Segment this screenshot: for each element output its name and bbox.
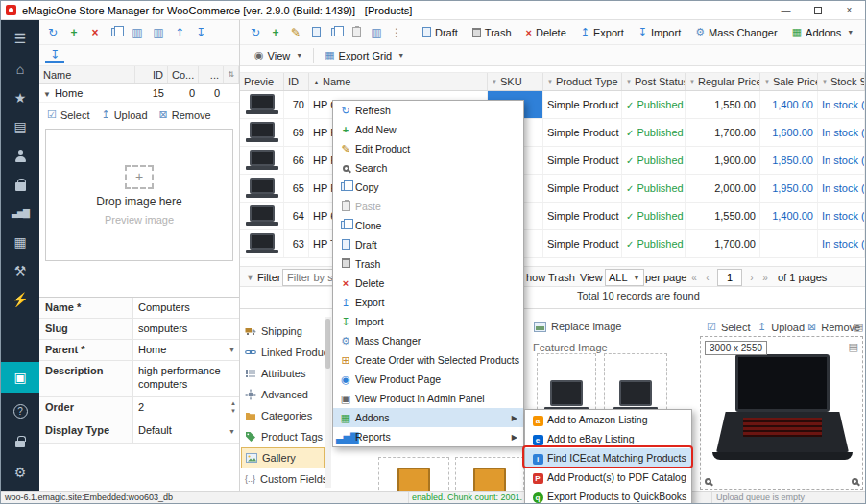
tabs-scrollbar[interactable] <box>325 317 331 488</box>
sidebar-item-products[interactable] <box>1 170 39 199</box>
sidebar-item-integrations[interactable]: ⚡ <box>1 285 39 314</box>
column-header-stock-status[interactable]: ▼Stock Status <box>818 73 865 90</box>
sidebar-item-favorites[interactable]: ★ <box>1 84 39 112</box>
delete-category-button[interactable]: × <box>85 23 105 42</box>
menu-item-reports[interactable]: ▃▅▇Reports▶ <box>333 427 523 446</box>
remove-image-button[interactable]: ⊠Remove <box>159 108 211 121</box>
column-header-sku[interactable]: ▼SKU <box>488 73 543 90</box>
select-image-button[interactable]: ☑Select <box>47 108 89 121</box>
menu-item-search[interactable]: Search <box>333 158 523 178</box>
order-stepper[interactable]: 2 ▲▼ <box>133 397 239 420</box>
save-grid-button[interactable]: ↧ <box>45 48 64 63</box>
sort-icon[interactable]: ⇅ <box>224 66 239 83</box>
featured-image-preview[interactable]: 3000 x 2550 ▤ <box>700 336 863 490</box>
import-categories-button[interactable]: ↧ <box>191 23 210 42</box>
filmstrip-icon[interactable]: ▤ <box>854 321 863 333</box>
refresh-button[interactable]: ↻ <box>43 23 62 42</box>
menu-item-add-new[interactable]: +Add New <box>333 120 523 139</box>
column-header-name[interactable]: Name <box>39 66 135 83</box>
menu-item-view-product-page[interactable]: ◉View Product Page <box>333 370 523 389</box>
menu-item-edit-product[interactable]: ✎Edit Product <box>333 139 523 158</box>
column-header-id[interactable]: ID <box>284 73 309 90</box>
sidebar-item-tools[interactable]: ⚒ <box>1 256 39 285</box>
sidebar-item-customers[interactable] <box>1 141 39 170</box>
spinner-icons[interactable]: ▲▼ <box>230 399 236 415</box>
column-header-count[interactable]: Co... <box>168 66 199 83</box>
sidebar-item-help[interactable]: ? <box>1 396 39 425</box>
menu-item-import[interactable]: ↧Import <box>333 312 523 331</box>
menu-item-refresh[interactable]: ↻Refresh <box>333 101 523 120</box>
add-product-button[interactable]: + <box>266 23 285 42</box>
page-input[interactable] <box>717 269 742 286</box>
tab-gallery[interactable]: Gallery <box>241 447 325 468</box>
minimize-button[interactable]: — <box>770 1 802 19</box>
sidebar-item-statistics[interactable]: ▃▅▇ <box>1 199 39 228</box>
export-categories-button[interactable]: ↥ <box>170 23 189 42</box>
view-button[interactable]: ◉View▼ <box>248 45 309 66</box>
menu-item-mass-changer[interactable]: ⚙Mass Changer <box>333 331 523 350</box>
per-page-select[interactable]: ALL▼ <box>605 269 644 286</box>
prev-page-button[interactable]: ‹ <box>701 267 714 288</box>
column-header-sale-price[interactable]: ▼Sale Price <box>760 73 818 90</box>
sidebar-item-orders[interactable]: ▤ <box>1 112 39 141</box>
tab-product-tags[interactable]: Product Tags <box>241 426 325 447</box>
close-button[interactable]: × <box>833 1 865 19</box>
gallery-thumbnail[interactable] <box>378 457 449 491</box>
column-header-more[interactable]: ... <box>199 66 224 83</box>
replace-image-button[interactable]: Replace image <box>534 321 621 332</box>
menu-item-copy[interactable]: Copy <box>333 178 523 197</box>
upload-image-button[interactable]: ↥Upload <box>101 108 147 121</box>
upload-image-button[interactable]: ↥Upload <box>758 321 805 333</box>
submenu-item-find-icecat[interactable]: iFind ICEcat Matching Products <box>525 448 691 468</box>
menu-item-delete[interactable]: ×Delete <box>333 274 523 293</box>
spinner-down-icon[interactable]: ▼ <box>230 407 236 415</box>
export-grid-button[interactable]: ▦Export Grid▼ <box>318 45 411 66</box>
sidebar-item-pos-terminal[interactable]: ▣ <box>1 362 39 393</box>
submenu-item-pdf-catalog[interactable]: PAdd Product(s) to PDF Catalog <box>525 468 691 487</box>
zoom-out-icon[interactable] <box>705 478 711 485</box>
tab-linked-products[interactable]: Linked Products <box>241 342 325 363</box>
show-trash-label[interactable]: how Trash <box>526 267 575 288</box>
submenu-item-ebay[interactable]: eAdd to eBay Listing <box>525 429 691 448</box>
spinner-up-icon[interactable]: ▲ <box>230 399 236 407</box>
menu-item-addons[interactable]: ▦Addons▶ <box>333 408 523 427</box>
menu-item-clone[interactable]: Clone <box>333 216 523 235</box>
mass-changer-button[interactable]: ⚙Mass Changer <box>688 22 783 43</box>
menu-item-draft[interactable]: Draft <box>333 235 523 254</box>
more-button[interactable]: ⋮ <box>387 23 406 42</box>
export-button[interactable]: ↥Export <box>574 22 631 43</box>
filmstrip-icon[interactable]: ▤ <box>849 341 858 353</box>
menu-item-trash[interactable]: Trash <box>333 254 523 274</box>
slug-field[interactable]: somputers <box>133 319 239 339</box>
next-page-button[interactable]: › <box>745 267 758 288</box>
tab-categories[interactable]: Categories <box>241 405 325 426</box>
remove-image-button[interactable]: ⊠Remove <box>807 321 860 333</box>
sidebar-item-settings[interactable]: ⚙ <box>1 458 39 487</box>
panel-layout-button-2[interactable]: ▥ <box>149 23 168 42</box>
select-image-button[interactable]: ☑Select <box>707 321 750 333</box>
draft-button[interactable]: Draft <box>416 22 465 43</box>
sidebar-item-security[interactable] <box>1 427 39 456</box>
image-drop-zone[interactable]: + Drop image here Preview image <box>45 129 233 261</box>
column-header-preview[interactable]: Previe <box>240 73 284 90</box>
refresh-products-button[interactable]: ↻ <box>246 23 265 42</box>
parent-select[interactable]: Home▼ <box>133 340 239 360</box>
edit-product-button[interactable]: ✎ <box>286 23 305 42</box>
import-button[interactable]: ↧Import <box>632 22 687 43</box>
category-tree-row[interactable]: ▼Home 15 0 0 <box>39 84 239 103</box>
sidebar-item-addons[interactable]: ▦ <box>1 228 39 256</box>
tab-custom-fields[interactable]: {..}Custom Fields <box>241 468 325 490</box>
addons-button[interactable]: ▦Addons▼ <box>785 22 861 43</box>
menu-item-create-order[interactable]: ⊞Create Order with Selected Products <box>333 350 523 370</box>
gallery-thumbnail[interactable] <box>455 457 524 491</box>
maximize-button[interactable] <box>802 1 833 19</box>
copy-product-button[interactable] <box>326 23 346 42</box>
panel-layout-button-1[interactable]: ▥ <box>128 23 147 42</box>
expander-icon[interactable]: ▼ <box>43 90 51 99</box>
columns-button[interactable]: ▥ <box>367 23 386 42</box>
name-field[interactable]: Computers <box>133 298 239 318</box>
sidebar-item-menu[interactable]: ☰ <box>1 24 39 53</box>
menu-item-view-admin-panel[interactable]: ▣View Product in Admin Panel <box>333 389 523 408</box>
duplicate-product-button[interactable] <box>306 23 325 42</box>
sidebar-item-store[interactable]: ⌂ <box>1 55 39 84</box>
